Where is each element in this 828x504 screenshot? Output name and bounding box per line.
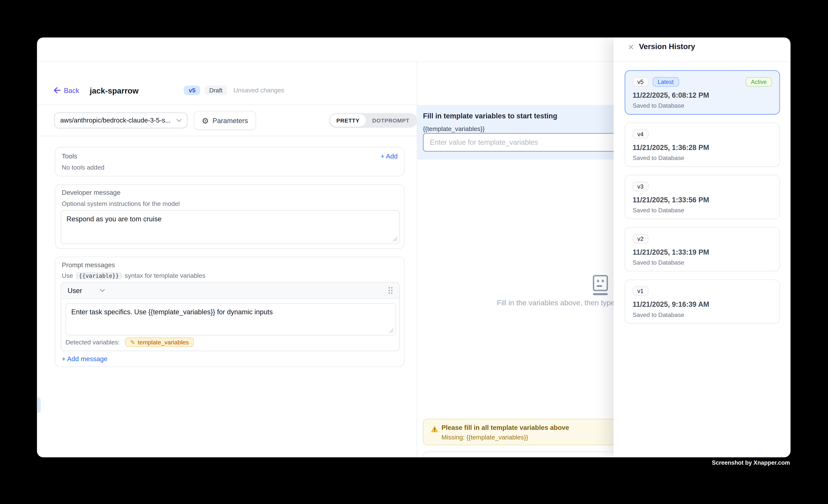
user-message-value: Enter task specifics. Use {{template_var… (71, 308, 273, 316)
developer-message-card: Developer message Optional system instru… (55, 184, 405, 249)
version-timestamp: 11/22/2025, 6:08:12 PM (633, 91, 709, 99)
model-select-value: aws/anthropic/bedrock-claude-3-5-s... (60, 117, 171, 124)
hint-prefix: Use (62, 272, 73, 279)
gear-icon: ⚙ (202, 117, 209, 124)
draft-badge: Draft (205, 86, 227, 95)
left-edge-tab[interactable] (37, 397, 41, 413)
model-select[interactable]: aws/anthropic/bedrock-claude-3-5-s... (54, 113, 188, 128)
template-variable-label: {{template_variables}} (423, 125, 485, 132)
view-mode-toggle: PRETTY DOTPROMPT (329, 113, 417, 128)
tools-empty-text: No tools added (62, 164, 105, 171)
warning-title: Please fill in all template variables ab… (442, 424, 569, 431)
tools-card: Tools + Add No tools added (55, 147, 405, 176)
variable-syntax-chip: {{variable}} (76, 272, 122, 279)
version-timestamp: 11/21/2025, 1:33:19 PM (633, 248, 709, 256)
latest-badge: Latest (653, 77, 679, 87)
version-label: v5 (633, 77, 648, 87)
version-card-v5[interactable]: v5 Latest Active 11/22/2025, 6:08:12 PM … (625, 70, 780, 115)
pencil-icon: ✎ (130, 339, 135, 345)
prompt-messages-card: Prompt messages Use {{variable}} syntax … (55, 257, 405, 367)
developer-message-title: Developer message (62, 189, 120, 197)
resize-grip-icon[interactable] (392, 237, 398, 242)
detected-variables-row: Detected variables: ✎ template_variables (66, 337, 194, 347)
resize-grip-icon[interactable] (388, 328, 394, 333)
close-icon[interactable]: ✕ (628, 43, 634, 51)
parameters-label: Parameters (212, 117, 248, 124)
version-timestamp: 11/21/2025, 1:33:56 PM (633, 196, 709, 204)
warning-detail: Missing: {{template_variables}} (442, 434, 528, 441)
version-saved-status: Saved to Database (633, 207, 685, 213)
header-divider (37, 104, 417, 105)
editor-header: Back jack-sparrow v5 Draft Unsaved chang… (53, 81, 284, 100)
warning-icon (430, 425, 439, 433)
message-block: User Enter task specifics. Use {{templat… (61, 282, 400, 351)
version-history-drawer: ✕ Version History v5 Latest Active 11/22… (614, 37, 791, 457)
empty-state-text: Fill in the variables above, then type (497, 298, 615, 307)
developer-message-subtitle: Optional system instructions for the mod… (62, 200, 180, 208)
prompt-messages-title: Prompt messages (62, 261, 115, 269)
version-saved-status: Saved to Database (633, 155, 685, 161)
version-label: v4 (633, 129, 648, 139)
prompt-messages-hint: Use {{variable}} syntax for template var… (62, 272, 205, 279)
back-label: Back (64, 86, 79, 94)
toggle-pretty[interactable]: PRETTY (330, 114, 366, 127)
add-message-button[interactable]: + Add message (62, 355, 108, 363)
detected-variables-label: Detected variables: (66, 339, 120, 346)
version-card-v4[interactable]: v4 11/21/2025, 1:36:28 PM Saved to Datab… (625, 123, 780, 167)
template-variables-title: Fill in template variables to start test… (423, 112, 557, 120)
version-history-title: Version History (639, 42, 695, 51)
add-message-label: + Add message (62, 355, 108, 363)
hint-suffix: syntax for template variables (125, 272, 206, 279)
version-badge: v5 (184, 86, 200, 95)
template-variable-name: template_variables (138, 339, 189, 345)
unsaved-changes-label: Unsaved changes (234, 87, 284, 94)
developer-message-textarea[interactable]: Respond as you are tom cruise (61, 210, 400, 244)
robot-face-icon (591, 275, 609, 296)
version-timestamp: 11/21/2025, 1:36:28 PM (633, 143, 709, 152)
role-select[interactable]: User (68, 287, 82, 294)
add-tool-button[interactable]: + Add (380, 153, 398, 160)
toolbar-divider (37, 136, 417, 136)
tools-title: Tools (62, 153, 77, 160)
active-badge: Active (746, 77, 772, 87)
user-message-textarea[interactable]: Enter task specifics. Use {{template_var… (66, 303, 396, 335)
arrow-left-icon (53, 87, 60, 93)
back-button[interactable]: Back (53, 86, 79, 94)
version-card-v1[interactable]: v1 11/21/2025, 9:16:39 AM Saved to Datab… (625, 279, 780, 324)
add-tool-label: + Add (380, 153, 398, 160)
chevron-down-icon (176, 119, 181, 122)
app-window: Back jack-sparrow v5 Draft Unsaved chang… (37, 37, 790, 457)
chevron-down-icon (100, 289, 106, 292)
version-card-v2[interactable]: v2 11/21/2025, 1:33:19 PM Saved to Datab… (625, 227, 780, 271)
screenshot-stage: Back jack-sparrow v5 Draft Unsaved chang… (0, 0, 828, 504)
toggle-dotprompt[interactable]: DOTPROMPT (366, 114, 416, 127)
template-variable-chip[interactable]: ✎ template_variables (125, 337, 194, 347)
page-title: jack-sparrow (90, 86, 139, 95)
message-header: User (61, 283, 399, 299)
version-saved-status: Saved to Database (633, 102, 685, 109)
version-saved-status: Saved to Database (633, 259, 685, 266)
version-label: v3 (633, 182, 648, 191)
attribution-text: Screenshot by Xnapper.com (712, 459, 790, 466)
version-label: v2 (633, 234, 648, 244)
developer-message-value: Respond as you are tom cruise (67, 215, 162, 223)
version-label: v1 (633, 286, 648, 296)
drawer-divider (614, 61, 791, 62)
drag-handle-icon[interactable] (388, 287, 393, 294)
version-card-v3[interactable]: v3 11/21/2025, 1:33:56 PM Saved to Datab… (625, 175, 780, 219)
parameters-button[interactable]: ⚙ Parameters (194, 111, 256, 130)
version-timestamp: 11/21/2025, 9:16:39 AM (633, 301, 709, 308)
version-saved-status: Saved to Database (633, 312, 685, 318)
